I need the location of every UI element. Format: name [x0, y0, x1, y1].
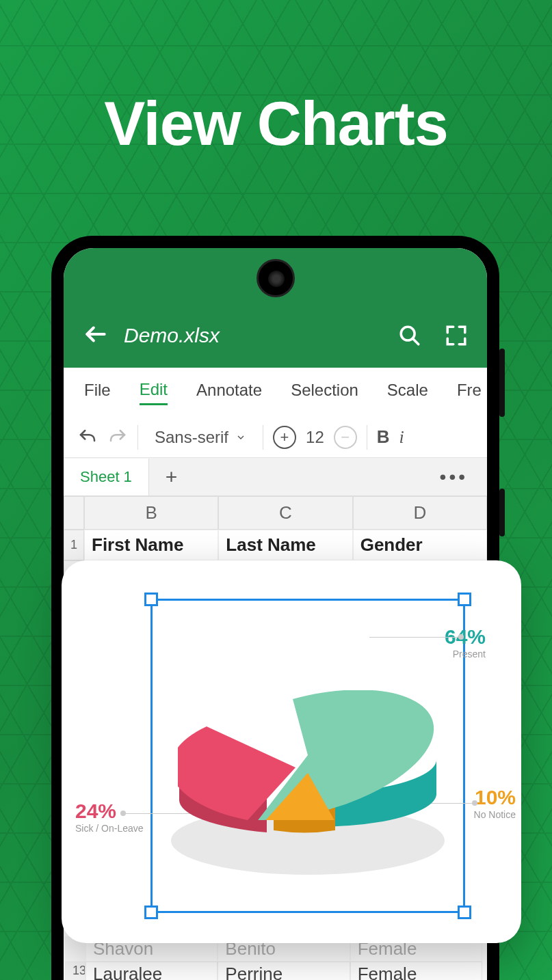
tab-edit[interactable]: Edit [140, 380, 168, 405]
resize-handle[interactable] [144, 593, 158, 606]
bold-button[interactable]: B [377, 426, 390, 448]
chart-sublabel: Present [445, 649, 486, 659]
tab-more[interactable]: Fre [457, 381, 482, 404]
leader-dot [458, 634, 464, 640]
resize-handle[interactable] [144, 906, 158, 919]
leader-dot [120, 811, 126, 816]
add-sheet-button[interactable]: + [149, 465, 194, 489]
resize-handle[interactable] [458, 906, 471, 919]
chart-sublabel: Sick / On-Leave [75, 823, 144, 834]
cell: Perrine [218, 962, 350, 980]
file-title: Demo.xlsx [124, 324, 375, 347]
leader-line [369, 637, 458, 638]
search-icon[interactable] [398, 324, 421, 347]
font-family-select[interactable]: Sans-serif [148, 428, 253, 447]
sheet-more-button[interactable]: ••• [421, 466, 487, 488]
tab-file[interactable]: File [84, 381, 111, 404]
sheet-tab-active[interactable]: Sheet 1 [64, 459, 149, 495]
leader-dot [472, 800, 477, 806]
phone-side-button [499, 349, 505, 417]
row-header: 13 [65, 962, 86, 980]
toolbar: Sans-serif + 12 − B i [64, 417, 487, 458]
back-arrow-icon[interactable] [83, 321, 109, 347]
fullscreen-icon[interactable] [445, 324, 468, 347]
cell[interactable]: Gender [353, 530, 487, 560]
row-header[interactable]: 1 [64, 530, 84, 560]
pie-chart[interactable] [171, 670, 445, 875]
divider [367, 425, 367, 450]
hero-title: View Charts [0, 89, 552, 159]
column-header[interactable]: D [353, 496, 487, 530]
italic-button[interactable]: i [399, 427, 404, 448]
redo-icon[interactable] [107, 427, 128, 448]
resize-handle[interactable] [458, 593, 471, 606]
divider [137, 425, 138, 450]
menu-tabs: File Edit Annotate Selection Scale Fre [64, 368, 487, 417]
cell[interactable]: First Name [84, 530, 218, 560]
grid-corner [64, 496, 84, 530]
tab-scale[interactable]: Scale [387, 381, 428, 404]
chart-label-sick: 24% Sick / On-Leave [75, 800, 144, 834]
cell: Lauralee [86, 962, 218, 980]
decrease-font-button[interactable]: − [334, 426, 357, 449]
chevron-down-icon [235, 432, 246, 443]
chart-label-nonotice: 10% No Notice [474, 786, 516, 820]
pie-top [178, 690, 438, 820]
phone-camera [257, 259, 295, 297]
tab-annotate[interactable]: Annotate [196, 381, 262, 404]
cell[interactable]: Last Name [218, 530, 352, 560]
font-family-value: Sans-serif [155, 428, 228, 447]
cell: Female [350, 962, 482, 980]
sheet-tabs: Sheet 1 + ••• [64, 458, 487, 496]
column-header[interactable]: C [218, 496, 352, 530]
divider [263, 425, 263, 450]
font-size-value: 12 [306, 428, 324, 447]
increase-font-button[interactable]: + [273, 426, 296, 449]
undo-icon[interactable] [77, 427, 98, 448]
svg-line-2 [412, 338, 419, 344]
chart-percent: 10% [474, 786, 516, 809]
chart-sublabel: No Notice [474, 809, 516, 820]
chart-overlay-card: 64% Present 10% No Notice 24% Sick / On-… [62, 560, 521, 943]
tab-selection[interactable]: Selection [291, 381, 358, 404]
chart-percent: 24% [75, 800, 144, 823]
column-header[interactable]: B [84, 496, 218, 530]
phone-side-button [499, 489, 505, 536]
chart-label-present: 64% Present [445, 625, 486, 659]
